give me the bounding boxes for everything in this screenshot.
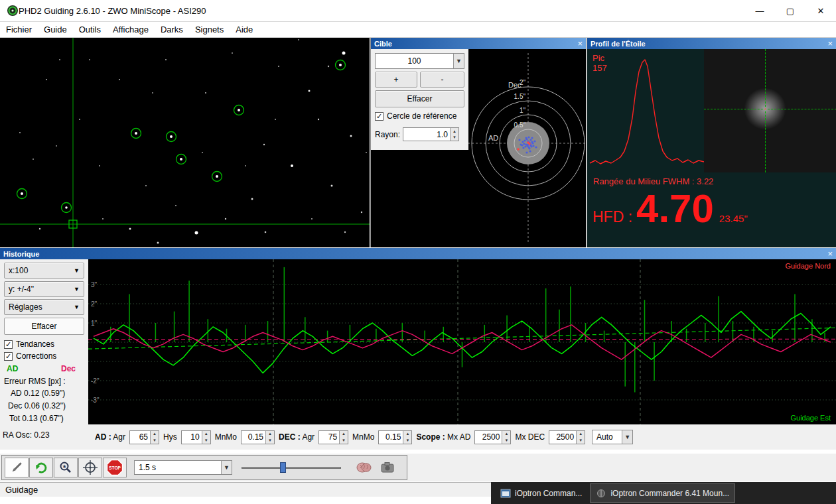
menu-item-affichage[interactable]: Affichage — [107, 25, 155, 34]
main-toolbar: ★ STOP 1.5 s ▼ — [0, 454, 836, 481]
chevron-down-icon: ▼ — [74, 286, 80, 292]
x-scale-value: x:100 — [9, 266, 28, 275]
ra-osc: RA Osc: 0.23 — [3, 430, 50, 440]
menu-item-guide[interactable]: Guide — [38, 25, 73, 34]
star-profile-curve — [589, 50, 705, 175]
param-spinner[interactable]: ▲▼ — [150, 431, 159, 444]
param-label: MnMo — [352, 432, 374, 442]
brain-button[interactable] — [352, 458, 376, 477]
starfield-image — [0, 38, 370, 247]
camera-connect-button[interactable] — [5, 458, 29, 477]
param-input-2[interactable]: 0.15▲▼ — [241, 430, 275, 444]
menu-item-fichier[interactable]: Fichier — [0, 25, 38, 34]
guide-params-bar: AD : Agr65▲▼Hys10▲▼MnMo0.15▲▼DEC : Agr75… — [88, 424, 836, 450]
chevron-down-icon: ▼ — [453, 54, 464, 68]
ref-circle-checkbox[interactable]: ✓ — [375, 112, 383, 121]
target-panel-titlebar[interactable]: Cible × — [371, 38, 586, 49]
history-close-icon[interactable]: × — [827, 249, 833, 258]
app-icon — [7, 5, 19, 17]
corrections-checkbox[interactable]: ✓ — [4, 352, 13, 361]
ref-circle-label: Cercle de référence — [387, 111, 456, 121]
param-input-4[interactable]: 0.15▲▼ — [378, 430, 412, 444]
param-input-1[interactable]: 10▲▼ — [181, 430, 211, 444]
svg-text:AD: AD — [488, 134, 498, 142]
param-label: Scope : Mx AD — [416, 432, 470, 442]
y-scale-value: y: +/-4" — [9, 284, 34, 294]
taskbar-item-2[interactable]: iOptron Commander 6.41 Moun... — [590, 483, 735, 503]
camera-settings-button[interactable] — [376, 458, 400, 477]
param-input-3[interactable]: 75▲▼ — [318, 430, 348, 444]
ref-circle-checkbox-row: ✓ Cercle de référence — [375, 111, 456, 121]
param-input-5[interactable]: 2500▲▼ — [474, 430, 511, 444]
chevron-down-icon: ▼ — [74, 267, 80, 274]
svg-text:Guidage Est: Guidage Est — [790, 414, 831, 422]
radius-spinner[interactable]: ▲▼ — [450, 128, 458, 141]
param-input-6[interactable]: 2500▲▼ — [549, 430, 585, 444]
svg-text:1.5": 1.5" — [514, 93, 526, 100]
zoom-in-button[interactable]: + — [375, 72, 417, 88]
param-spinner[interactable]: ▲▼ — [265, 431, 274, 444]
x-scale-select[interactable]: x:100▼ — [4, 263, 84, 279]
phd2-window: PHD2 Guiding 2.6.10 - ZWO MiniScope - AS… — [0, 0, 836, 504]
target-zoom-select[interactable]: 100 ▼ — [375, 53, 464, 69]
param-input-0[interactable]: 65▲▼ — [129, 430, 159, 444]
settings-label: Réglages — [9, 302, 42, 312]
svg-text:-3": -3" — [91, 397, 100, 404]
y-scale-select[interactable]: y: +/-4"▼ — [4, 281, 84, 297]
rms-dec: Dec 0.06 (0.32") — [8, 401, 66, 410]
slider-thumb[interactable] — [280, 462, 286, 473]
auto-select-star-button[interactable]: ★ — [54, 458, 78, 477]
close-button[interactable]: ✕ — [805, 0, 836, 21]
menu-item-signets[interactable]: Signets — [189, 25, 230, 34]
dec-mode-select[interactable]: Auto▼ — [592, 430, 633, 444]
param-spinner[interactable]: ▲▼ — [202, 431, 210, 444]
menu-item-aide[interactable]: Aide — [230, 25, 259, 34]
zoom-out-button[interactable]: - — [420, 72, 464, 88]
hfd-value: 4.70 — [636, 186, 714, 231]
param-spinner[interactable]: ▲▼ — [339, 431, 348, 444]
svg-text:0.5": 0.5" — [514, 121, 526, 129]
history-graph[interactable]: 3"2"1"-2"-3"Guidage NordGuidage Est — [88, 259, 836, 424]
star-profile-panel: Profil de l'Étoile × Pic 157 Rangée du M… — [587, 38, 836, 247]
star-zoom-image — [704, 49, 836, 172]
trends-checkbox-row: ✓ Tendances — [4, 340, 54, 349]
ad-legend: AD — [7, 364, 18, 373]
target-clear-button[interactable]: Effacer — [375, 90, 464, 107]
gamma-slider[interactable] — [242, 461, 341, 474]
taskbar-overlay: iOptron Comman... iOptron Commander 6.41… — [491, 482, 836, 504]
history-graph-plot: 3"2"1"-2"-3"Guidage NordGuidage Est — [88, 259, 836, 424]
minimize-button[interactable]: — — [744, 0, 775, 21]
loop-exposures-button[interactable] — [29, 458, 53, 477]
radius-value: 1.0 — [403, 128, 450, 141]
radius-label: Rayon: — [375, 130, 400, 139]
svg-text:-2": -2" — [91, 377, 100, 385]
maximize-button[interactable]: ▢ — [775, 0, 805, 21]
guide-camera-view[interactable] — [0, 38, 370, 247]
settings-select[interactable]: Réglages▼ — [4, 299, 84, 315]
profile-panel-titlebar[interactable]: Profil de l'Étoile × — [587, 38, 836, 49]
stop-button[interactable]: STOP — [103, 458, 127, 477]
trends-checkbox[interactable]: ✓ — [4, 340, 13, 349]
ioptron-commander-icon — [596, 489, 606, 498]
history-panel: Historique × x:100▼ y: +/-4"▼ Réglages▼ … — [0, 248, 836, 450]
history-panel-titlebar[interactable]: Historique × — [0, 248, 836, 259]
menu-item-darks[interactable]: Darks — [155, 25, 189, 34]
svg-text:1": 1" — [520, 107, 526, 114]
history-sidebar: x:100▼ y: +/-4"▼ Réglages▼ Effacer ✓ Ten… — [0, 259, 88, 450]
exposure-value: 1.5 s — [135, 463, 221, 472]
menu-item-outils[interactable]: Outils — [73, 25, 107, 34]
param-spinner[interactable]: ▲▼ — [502, 431, 510, 444]
brain-icon — [355, 461, 372, 474]
param-label: DEC : Agr — [279, 432, 314, 442]
param-spinner[interactable]: ▲▼ — [576, 431, 585, 444]
guide-button[interactable] — [78, 458, 102, 477]
radius-input[interactable]: 1.0 ▲▼ — [403, 127, 459, 141]
camera-settings-icon — [380, 461, 396, 474]
taskbar-item-1[interactable]: iOptron Comman... — [495, 483, 587, 503]
profile-close-icon[interactable]: × — [827, 39, 833, 48]
svg-text:Dec: Dec — [508, 81, 522, 89]
param-spinner[interactable]: ▲▼ — [403, 431, 411, 444]
exposure-select[interactable]: 1.5 s ▼ — [134, 460, 232, 475]
target-close-icon[interactable]: × — [577, 39, 583, 48]
history-clear-button[interactable]: Effacer — [4, 318, 84, 335]
